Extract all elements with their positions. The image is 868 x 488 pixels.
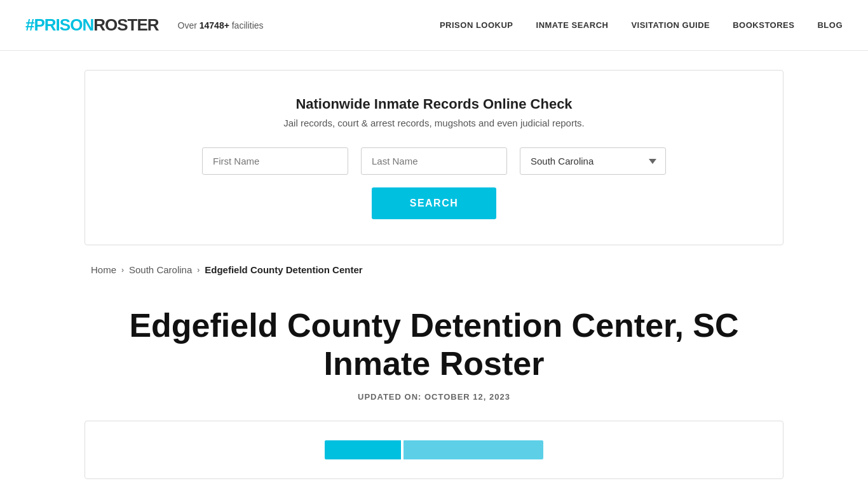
nav-prison-lookup[interactable]: PRISON LOOKUP [440,20,513,30]
search-widget-subtitle: Jail records, court & arrest records, mu… [123,118,745,128]
search-btn-row: SEARCH [123,187,745,219]
search-widget: Nationwide Inmate Records Online Check J… [85,70,783,245]
search-button[interactable]: SEARCH [372,187,497,219]
last-name-input[interactable] [361,147,507,175]
logo-roster: ROSTER [93,15,158,35]
page-main-title: Edgefield County Detention Center, SC In… [97,307,771,383]
main-nav: PRISON LOOKUP INMATE SEARCH VISITATION G… [440,20,843,30]
first-name-input[interactable] [202,147,348,175]
breadcrumb-home[interactable]: Home [91,264,116,275]
nav-visitation-guide[interactable]: VISITATION GUIDE [631,20,710,30]
logo-prison: PRISON [34,15,93,35]
breadcrumb-state[interactable]: South Carolina [129,264,192,275]
site-header: #PRISONROSTER Over 14748+ facilities PRI… [0,0,868,51]
breadcrumb: Home › South Carolina › Edgefield County… [85,264,783,275]
page-title-section: Edgefield County Detention Center, SC In… [85,288,783,408]
chart-preview [325,440,543,459]
bottom-card-preview [85,421,783,479]
breadcrumb-current: Edgefield County Detention Center [205,264,362,275]
nav-blog[interactable]: BLOG [817,20,843,30]
breadcrumb-chevron-2: › [197,266,200,274]
search-form-row: South Carolina Alabama Alaska Arizona Ar… [123,147,745,175]
page-updated: UPDATED ON: OCTOBER 12, 2023 [97,392,771,402]
nav-bookstores[interactable]: BOOKSTORES [733,20,794,30]
site-logo[interactable]: #PRISONROSTER [25,15,159,35]
chart-bar-right [403,440,543,459]
facilities-count: 14748+ [200,20,229,30]
nav-inmate-search[interactable]: INMATE SEARCH [536,20,609,30]
state-select[interactable]: South Carolina Alabama Alaska Arizona Ar… [520,147,666,175]
search-widget-title: Nationwide Inmate Records Online Check [123,96,745,112]
chart-bar-left [325,440,401,459]
facilities-count-text: Over 14748+ facilities [178,20,264,30]
logo-hash: # [25,15,34,35]
breadcrumb-chevron-1: › [121,266,124,274]
